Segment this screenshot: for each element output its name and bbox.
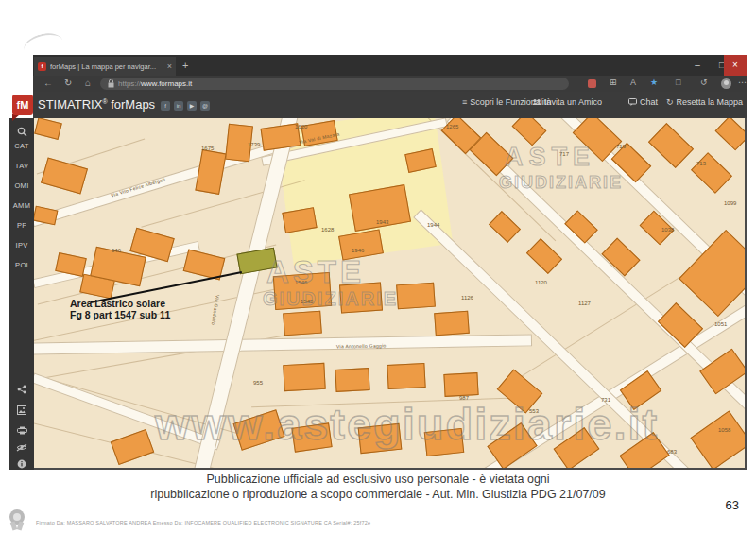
parcel-number: 1038	[662, 227, 674, 233]
menu-invita-amico[interactable]: Invita un Amico	[532, 97, 602, 107]
linkedin-icon[interactable]: in	[174, 101, 183, 111]
menu-resetta-mappa[interactable]: ↻Resetta la Mappa	[666, 97, 743, 107]
parcel-number: 1675	[201, 146, 214, 151]
facebook-icon[interactable]: f	[161, 101, 170, 111]
formaps-logo[interactable]: fM	[12, 95, 33, 115]
annotation-line2: Fg 8 part 1547 sub 11	[70, 309, 170, 320]
sidebar-item-poi[interactable]: POI	[9, 261, 34, 269]
parcel-number: 1126	[461, 295, 473, 301]
parcel-number: 1120	[535, 280, 547, 285]
print-icon[interactable]	[9, 422, 34, 439]
profile-avatar[interactable]	[721, 78, 731, 89]
menu-label: Invita un Amico	[544, 97, 602, 107]
page-number: 63	[726, 498, 739, 512]
new-tab-button[interactable]: +	[182, 60, 188, 71]
building	[396, 283, 436, 310]
map-canvas[interactable]: 7315539879551058105168311271120112615451…	[34, 118, 747, 470]
home-icon[interactable]: ⌂	[85, 78, 91, 88]
parcel-annotation: Area Lastrico solare Fg 8 part 1547 sub …	[70, 298, 170, 320]
back-icon[interactable]: ←	[43, 78, 53, 88]
save-image-icon[interactable]	[9, 402, 34, 419]
building	[195, 149, 226, 195]
browser-tab-bar: f forMaps | La mappa per navigar... × + …	[33, 55, 747, 76]
menu-label: Resetta la Mappa	[677, 97, 744, 107]
building	[387, 363, 425, 389]
info-icon[interactable]	[9, 456, 34, 473]
app-brand-title: STIMATRIX® forMaps	[38, 97, 155, 112]
document-page: f forMaps | La mappa per navigar... × + …	[0, 0, 756, 534]
parcel-number: 1620	[295, 124, 307, 129]
reset-icon: ↻	[666, 97, 674, 107]
annotation-line1: Area Lastrico solare	[70, 298, 170, 309]
sidebar-item-cat[interactable]: CAT	[9, 142, 34, 150]
parcel-number: 1265	[446, 124, 458, 129]
social-icon[interactable]: @	[200, 101, 210, 111]
favorites-star-icon[interactable]: ★	[650, 78, 658, 87]
people-icon	[532, 98, 541, 106]
parcel-number: 719	[616, 144, 626, 149]
watermark-aste-top: ASTE	[505, 143, 595, 172]
refresh-icon[interactable]: ↻	[64, 78, 72, 88]
browser-toolbar: ← ↻ ⌂ https://www.formaps.it ⊞ A ★ □ ↺ ⋯	[33, 76, 747, 92]
extension-icon[interactable]	[588, 79, 596, 88]
street-name: Via Antonello Gaggio	[336, 343, 387, 350]
building	[283, 311, 322, 336]
parcel-number: 1051	[714, 321, 727, 327]
logo-pin-tail	[12, 114, 20, 121]
parcel-number: 1946	[352, 248, 364, 253]
building	[512, 118, 547, 146]
sidebar-item-amm[interactable]: AMM	[9, 201, 34, 210]
watermark-giudiziarie-center: GIUDIZIARIE	[263, 288, 398, 310]
building	[335, 368, 369, 392]
sidebar-item-omi[interactable]: OMI	[9, 181, 34, 190]
menu-label: Chat	[640, 97, 658, 107]
street-name: Via Gandolfo	[211, 295, 221, 326]
browser-menu-icon[interactable]: ⋯	[738, 78, 747, 87]
url-text: https://www.formaps.it	[118, 79, 192, 88]
share-icon[interactable]	[9, 381, 34, 398]
tool-sidebar: CAT TAV OMI AMM PF IPV POI	[9, 118, 34, 470]
parcel-number: 1943	[376, 219, 388, 225]
hide-layers-icon[interactable]	[9, 439, 34, 456]
collections-icon[interactable]: □	[676, 78, 680, 87]
parcel-number: 955	[253, 380, 263, 386]
window-close-button[interactable]: ×	[724, 55, 747, 76]
building	[648, 123, 694, 168]
building	[443, 372, 478, 397]
building	[34, 118, 62, 140]
youtube-icon[interactable]: ▶	[187, 101, 197, 111]
building	[691, 152, 732, 194]
browser-tab[interactable]: f forMaps | La mappa per navigar... ×	[34, 57, 176, 76]
parcel-number: 1127	[578, 301, 591, 306]
watermark-astegiudiziarie-url: www.astegiudiziarie.it	[155, 398, 659, 450]
parcel-number: 1628	[321, 227, 334, 233]
building	[434, 311, 470, 336]
formaps-favicon: f	[38, 62, 46, 71]
grid-icon[interactable]: ⊞	[610, 78, 617, 87]
lock-icon	[108, 79, 114, 88]
window-minimize-button[interactable]: –	[686, 55, 709, 76]
sidebar-item-pf[interactable]: PF	[9, 221, 34, 230]
address-bar[interactable]: https://www.formaps.it	[100, 78, 569, 90]
building	[489, 211, 521, 243]
sidebar-item-tav[interactable]: TAV	[9, 162, 34, 170]
product-name: forMaps	[108, 97, 156, 112]
menu-chat[interactable]: Chat	[628, 97, 658, 107]
building	[699, 349, 747, 395]
tab-title: forMaps | La mappa per navigar...	[50, 62, 164, 71]
parcel-number: 1058	[718, 427, 730, 433]
parcel-number: 1739	[248, 142, 260, 147]
read-aloud-icon[interactable]: A	[630, 78, 636, 87]
tab-close-icon[interactable]: ×	[167, 61, 172, 71]
history-icon[interactable]: ↺	[700, 78, 708, 87]
search-icon[interactable]	[9, 124, 34, 141]
seal-ribbon-right	[17, 521, 25, 530]
road	[34, 334, 532, 354]
brand-name: STIMATRIX	[38, 97, 102, 112]
building	[690, 410, 747, 470]
signature-text: Firmato Da: MASSARO SALVATORE ANDREA Eme…	[36, 520, 370, 525]
building	[41, 157, 88, 194]
building	[715, 118, 747, 150]
sidebar-item-ipv[interactable]: IPV	[9, 241, 34, 250]
parcel-number: 1944	[427, 222, 439, 228]
